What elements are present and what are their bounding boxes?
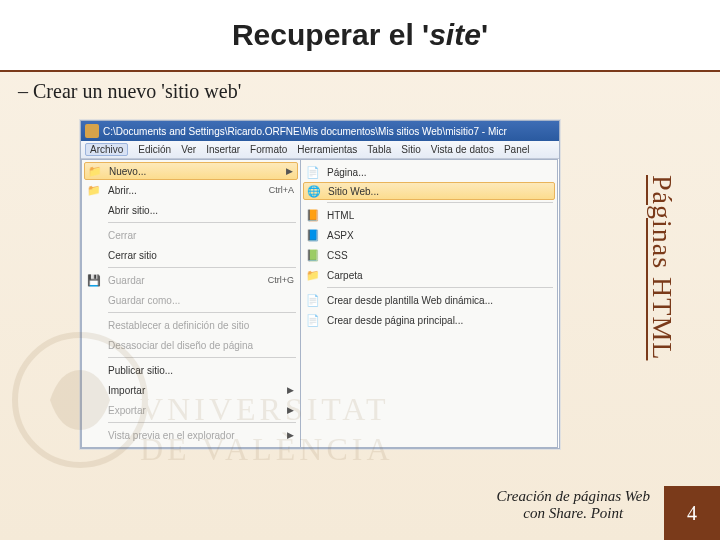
app-screenshot: C:\Documents and Settings\Ricardo.ORFNE\… [80,120,560,449]
menu-separator [108,312,296,313]
menu-item-label: Exportar [108,405,287,416]
menu-item-label: Crear desde página principal... [327,315,551,326]
menu-item-label: Desasociar del diseño de página [108,340,294,351]
menu-item-label: Restablecer a definición de sitio [108,320,294,331]
blank-icon [86,292,102,308]
menu-item: Exportar▶ [84,400,298,420]
blank-icon [86,382,102,398]
menu-item-label: Cerrar [108,230,294,241]
menu-shortcut: Ctrl+A [269,185,294,195]
submenu-arrow-icon: ▶ [287,405,294,415]
menu-item[interactable]: Publicar sitio... [84,360,298,380]
menu-item[interactable]: 🌐Sitio Web... [303,182,555,200]
menubar[interactable]: Archivo Edición Ver Insertar Formato Her… [81,141,559,159]
menu-item[interactable]: 📄Página... [303,162,555,182]
title-ital: site [429,18,481,51]
folder-icon: 📁 [87,163,103,179]
archivo-dropdown[interactable]: 📁Nuevo...▶📁Abrir...Ctrl+AAbrir sitio...C… [81,159,301,448]
menu-item-label: Importar [108,385,287,396]
menu-ver[interactable]: Ver [181,144,196,155]
submenu-arrow-icon: ▶ [287,385,294,395]
side-label: Páginas HTML [646,175,678,360]
menu-item: Desasociar del diseño de página [84,335,298,355]
folder-icon: 📁 [305,267,321,283]
menu-item-label: Abrir sitio... [108,205,294,216]
app-icon [85,124,99,138]
bullet-text: – Crear un nuevo 'sitio web' [18,80,702,103]
menu-item-label: Abrir... [108,185,261,196]
blank-icon [86,337,102,353]
menu-separator [108,267,296,268]
blank-icon [86,362,102,378]
menu-archivo[interactable]: Archivo [85,143,128,156]
menu-item-label: Guardar como... [108,295,294,306]
menu-herramientas[interactable]: Herramientas [297,144,357,155]
title-separator [0,70,720,72]
blank-icon [86,427,102,443]
menu-item[interactable]: 📄Crear desde plantilla Web dinámica... [303,290,555,310]
menu-item[interactable]: 📙HTML [303,205,555,225]
menu-separator [108,422,296,423]
menu-tabla[interactable]: Tabla [367,144,391,155]
menu-formato[interactable]: Formato [250,144,287,155]
page-icon: 📄 [305,312,321,328]
nuevo-submenu[interactable]: 📄Página...🌐Sitio Web...📙HTML📘ASPX📗CSS📁Ca… [300,159,558,448]
menu-item-label: Sitio Web... [328,186,550,197]
menu-item[interactable]: 📁Nuevo...▶ [84,162,298,180]
menu-item[interactable]: 📗CSS [303,245,555,265]
submenu-arrow-icon: ▶ [286,166,293,176]
menu-item-label: Página... [327,167,551,178]
menu-item-label: ASPX [327,230,551,241]
menu-item[interactable]: 📘ASPX [303,225,555,245]
menu-item: Vista previa en el explorador▶ [84,425,298,445]
globe-icon: 🌐 [306,183,322,199]
blank-icon [86,317,102,333]
blank-icon [86,202,102,218]
page-number: 4 [664,486,720,540]
menu-edicion[interactable]: Edición [138,144,171,155]
folder-icon: 📁 [86,182,102,198]
menu-shortcut: Ctrl+G [268,275,294,285]
title-post: ' [481,18,488,51]
blank-icon [86,402,102,418]
menu-item[interactable]: Abrir sitio... [84,200,298,220]
menu-item-label: Publicar sitio... [108,365,294,376]
window-title: C:\Documents and Settings\Ricardo.ORFNE\… [103,126,507,137]
css-icon: 📗 [305,247,321,263]
page-icon: 📄 [305,164,321,180]
menu-item-label: HTML [327,210,551,221]
footer-line2: con Share. Point [497,505,650,522]
blank-icon [86,247,102,263]
window-titlebar: C:\Documents and Settings\Ricardo.ORFNE\… [81,121,559,141]
html-icon: 📙 [305,207,321,223]
page-number-value: 4 [687,502,697,525]
menu-item: 💾GuardarCtrl+G [84,270,298,290]
menu-item-label: Nuevo... [109,166,286,177]
title-pre: Recuperar el ' [232,18,429,51]
menu-item-label: Vista previa en el explorador [108,430,287,441]
menu-vistadatos[interactable]: Vista de datos [431,144,494,155]
submenu-arrow-icon: ▶ [287,430,294,440]
menu-panel[interactable]: Panel [504,144,530,155]
menu-separator [108,222,296,223]
slide-title: Recuperar el 'site' [0,0,720,70]
menu-item-label: Cerrar sitio [108,250,294,261]
menu-item[interactable]: Importar▶ [84,380,298,400]
footer-line1: Creación de páginas Web [497,488,650,505]
menu-item[interactable]: 📁Abrir...Ctrl+A [84,180,298,200]
menu-item[interactable]: Cerrar sitio [84,245,298,265]
blank-icon [86,227,102,243]
menu-separator [108,357,296,358]
menu-item-label: Carpeta [327,270,551,281]
menu-item[interactable]: 📄Crear desde página principal... [303,310,555,330]
menu-item-label: Guardar [108,275,260,286]
menu-item: Restablecer a definición de sitio [84,315,298,335]
menu-item[interactable]: 📁Carpeta [303,265,555,285]
menu-item-label: CSS [327,250,551,261]
menu-item: Guardar como... [84,290,298,310]
menu-item: Cerrar [84,225,298,245]
menu-sitio[interactable]: Sitio [401,144,420,155]
menu-separator [327,287,553,288]
footer-text: Creación de páginas Web con Share. Point [497,488,650,523]
menu-insertar[interactable]: Insertar [206,144,240,155]
